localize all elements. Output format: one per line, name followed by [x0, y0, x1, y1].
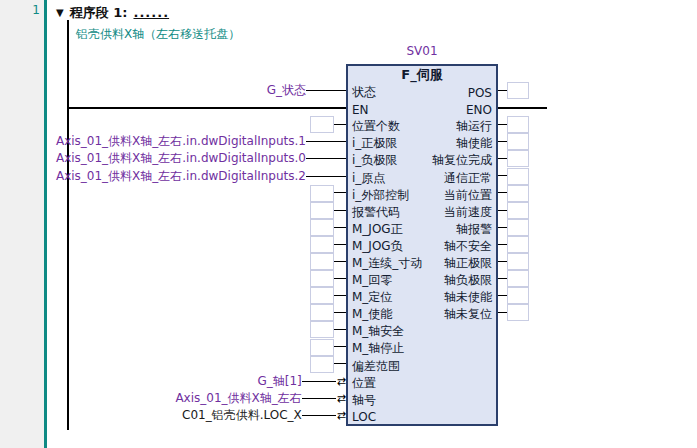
result-placeholder-box[interactable] [507, 133, 529, 150]
output-pin-label[interactable]: ENO [466, 103, 492, 117]
block-row: 报警代码当前速度 [348, 204, 496, 221]
output-pin-label[interactable]: 当前位置 [444, 187, 492, 204]
input-pin-label[interactable]: 轴号 [352, 392, 376, 409]
output-pin-label[interactable]: 轴使能 [456, 135, 492, 152]
operand-placeholder-box[interactable] [310, 185, 334, 202]
wire [306, 90, 346, 91]
operand-placeholder-box[interactable] [310, 339, 334, 356]
input-pin-label[interactable]: M_JOG正 [352, 221, 403, 238]
block-title[interactable]: F_伺服 [348, 66, 496, 84]
input-pin-label[interactable]: M_使能 [352, 306, 392, 323]
operand-tag[interactable]: Axis_01_供料X轴_左右.in.dwDigitalInputs.0 [56, 150, 306, 167]
output-pin-label[interactable]: 轴报警 [456, 221, 492, 238]
operand-tag[interactable]: Axis_01_供料X轴_左右 [175, 390, 301, 407]
operand-placeholder-box[interactable] [310, 116, 334, 133]
input-pin-label[interactable]: 位置 [352, 375, 376, 392]
result-placeholder-box[interactable] [507, 150, 529, 167]
pin-stub-wire [498, 141, 507, 142]
input-pin-label[interactable]: M_定位 [352, 289, 392, 306]
left-operand: Axis_01_供料X轴_左右.in.dwDigitalInputs.0 [56, 150, 346, 167]
function-block[interactable]: F_伺服 状态POSENENO位置个数轴运行i_正极限轴使能i_负极限轴复位完成… [346, 64, 498, 426]
operand-placeholder-box[interactable] [310, 304, 334, 321]
wire [306, 141, 346, 142]
operand-placeholder-box[interactable] [310, 219, 334, 236]
operand-tag[interactable]: G_轴[1] [257, 373, 301, 390]
output-pin-label[interactable]: 轴运行 [456, 118, 492, 135]
pin-stub-wire [498, 295, 507, 296]
output-pin-label[interactable]: 轴不安全 [444, 238, 492, 255]
pin-stub-wire [334, 124, 346, 125]
input-pin-label[interactable]: i_外部控制 [352, 187, 409, 204]
output-pin-label[interactable]: 通信正常 [444, 170, 492, 187]
network-header: ▼ 程序段 1: ...... [56, 4, 169, 22]
output-pin-label[interactable]: 轴负极限 [444, 272, 492, 289]
operand-tag[interactable]: Axis_01_供料X轴_左右.in.dwDigitalInputs.1 [56, 133, 306, 150]
operand-placeholder-box[interactable] [310, 270, 334, 287]
input-pin-label[interactable]: M_轴停止 [352, 340, 404, 357]
block-row: 偏差范围 [348, 358, 496, 375]
input-pin-label[interactable]: i_原点 [352, 170, 385, 187]
result-placeholder-box[interactable] [507, 304, 529, 321]
pin-stub-wire [334, 278, 346, 279]
operand-tag[interactable]: Axis_01_供料X轴_左右.in.dwDigitalInputs.2 [56, 168, 306, 185]
operand-tag[interactable]: G_状态 [267, 82, 306, 99]
block-row: M_轴安全 [348, 323, 496, 340]
network-title-comment-placeholder[interactable]: ...... [133, 5, 169, 20]
input-pin-label[interactable]: M_连续_寸动 [352, 255, 422, 272]
result-placeholder-box[interactable] [507, 82, 529, 99]
operand-tag[interactable]: C01_铝壳供料.LOC_X [182, 407, 302, 424]
block-instance-name[interactable]: SV01 [346, 44, 498, 58]
result-placeholder-box[interactable] [507, 253, 529, 270]
block-row: M_使能轴未复位 [348, 306, 496, 323]
operand-placeholder-box[interactable] [310, 287, 334, 304]
input-pin-label[interactable]: M_回零 [352, 272, 392, 289]
output-pin-label[interactable]: 轴正极限 [444, 255, 492, 272]
result-placeholder-box[interactable] [507, 219, 529, 236]
block-row: M_定位轴未使能 [348, 289, 496, 306]
pin-stub-wire [334, 312, 346, 313]
block-row: M_回零轴负极限 [348, 272, 496, 289]
operand-placeholder-box[interactable] [310, 356, 334, 373]
output-pin-label[interactable]: 轴未复位 [444, 306, 492, 323]
pin-stub-wire [334, 261, 346, 262]
collapse-triangle-icon[interactable]: ▼ [56, 7, 64, 18]
input-pin-label[interactable]: i_正极限 [352, 135, 397, 152]
result-placeholder-box[interactable] [507, 287, 529, 304]
input-pin-label[interactable]: M_JOG负 [352, 238, 403, 255]
input-pin-label[interactable]: LOC [352, 410, 376, 424]
output-pin-label[interactable]: 当前速度 [444, 204, 492, 221]
pin-stub-wire [334, 192, 346, 193]
result-placeholder-box[interactable] [507, 116, 529, 133]
result-placeholder-box[interactable] [507, 202, 529, 219]
pin-stub-wire [334, 363, 346, 364]
input-pin-label[interactable]: 位置个数 [352, 118, 400, 135]
wire [302, 381, 336, 382]
input-pin-label[interactable]: 报警代码 [352, 204, 400, 221]
network-title[interactable]: 程序段 1: [70, 4, 128, 22]
result-placeholder-box[interactable] [507, 185, 529, 202]
operand-placeholder-box[interactable] [310, 253, 334, 270]
output-pin-label[interactable]: 轴复位完成 [432, 152, 492, 169]
operand-placeholder-box[interactable] [310, 202, 334, 219]
network-comment[interactable]: 铝壳供料X轴（左右移送托盘） [76, 26, 240, 43]
operand-placeholder-box[interactable] [310, 236, 334, 253]
result-placeholder-box[interactable] [507, 168, 529, 185]
operand-placeholder-box[interactable] [310, 321, 334, 338]
input-pin-label[interactable]: M_轴安全 [352, 323, 404, 340]
result-placeholder-box[interactable] [507, 270, 529, 287]
wire [306, 158, 346, 159]
pin-stub-wire [498, 244, 507, 245]
block-row: i_负极限轴复位完成 [348, 152, 496, 169]
result-placeholder-box[interactable] [507, 236, 529, 253]
block-row: i_正极限轴使能 [348, 135, 496, 152]
inout-arrow-icon: ⇄ [337, 410, 346, 421]
input-pin-label[interactable]: 状态 [352, 84, 376, 101]
input-pin-label[interactable]: EN [352, 103, 369, 117]
input-pin-label[interactable]: 偏差范围 [352, 358, 400, 375]
output-pin-label[interactable]: 轴未使能 [444, 289, 492, 306]
pin-stub-wire [498, 312, 507, 313]
input-pin-label[interactable]: i_负极限 [352, 152, 397, 169]
output-pin-label[interactable]: POS [468, 86, 492, 100]
wire [306, 176, 346, 177]
block-row: M_连续_寸动轴正极限 [348, 255, 496, 272]
